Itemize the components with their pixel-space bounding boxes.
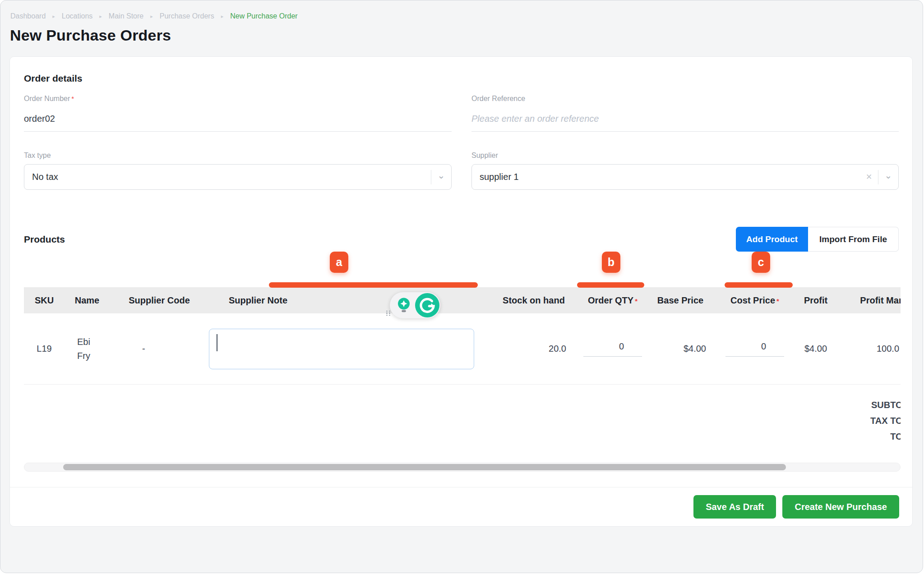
order-reference-input[interactable]: Please enter an order reference: [471, 114, 899, 132]
header-supplier-code: Supplier Code: [110, 295, 209, 306]
products-header: Products Add Product Import From File: [24, 227, 899, 252]
required-asterisk: *: [776, 297, 779, 305]
chevron-down-icon[interactable]: ⌄: [878, 171, 898, 184]
app-window: Dashboard ▸ Locations ▸ Main Store ▸ Pur…: [0, 0, 923, 573]
header-cost-price: Cost Price*: [714, 295, 795, 306]
subtotal-label: SUBTOTAL: [24, 397, 901, 413]
header-sku: SKU: [24, 295, 65, 306]
order-details-form: Order Number* order02 Order Reference Pl…: [24, 95, 899, 190]
card-footer: Save As Draft Create New Purchase: [10, 487, 912, 526]
text-caret: [217, 334, 217, 351]
table-row: L19 Ebi Fry - 20.0 0 $4.00: [24, 313, 901, 385]
cell-order-qty: 0: [579, 341, 647, 357]
tax-type-field: Tax type No tax ⌄: [24, 152, 452, 190]
breadcrumb-main-store[interactable]: Main Store: [109, 12, 143, 20]
supplier-note-textarea[interactable]: [209, 329, 474, 369]
annotation-badge-c: c: [752, 252, 770, 273]
breadcrumb-dashboard[interactable]: Dashboard: [10, 12, 46, 20]
cell-cost-price: 0: [714, 341, 795, 357]
header-stock-on-hand: Stock on hand: [489, 295, 579, 306]
cell-profit-margin: 100.0: [836, 344, 901, 354]
cell-supplier-note: [209, 329, 489, 369]
breadcrumb-purchase-orders[interactable]: Purchase Orders: [160, 12, 214, 20]
header-profit: Profit: [795, 295, 836, 306]
cell-name: Ebi Fry: [65, 335, 110, 363]
purchase-order-card: Order details Order Number* order02 Orde…: [9, 56, 913, 527]
required-asterisk: *: [635, 297, 638, 305]
chevron-down-icon[interactable]: ⌄: [431, 171, 451, 184]
header-supplier-note: Supplier Note: [209, 295, 489, 306]
required-asterisk: *: [71, 95, 74, 102]
products-table: a b c: [24, 287, 899, 472]
table-scroll-area: SKU Name Supplier Code Supplier Note Sto…: [24, 287, 901, 445]
tax-type-label: Tax type: [24, 152, 452, 160]
clear-icon[interactable]: ✕: [860, 172, 878, 182]
breadcrumb-current: New Purchase Order: [230, 12, 297, 20]
create-new-purchase-button[interactable]: Create New Purchase: [782, 495, 899, 519]
tax-type-select[interactable]: No tax ⌄: [24, 164, 452, 190]
breadcrumb-separator-icon: ▸: [150, 14, 153, 19]
annotation-badge-a: a: [330, 252, 348, 273]
order-reference-field: Order Reference Please enter an order re…: [471, 95, 899, 132]
supplier-select[interactable]: supplier 1 ✕ ⌄: [471, 164, 899, 190]
products-heading: Products: [24, 234, 65, 245]
tax-type-value: No tax: [32, 172, 58, 182]
tax-total-label: TAX TOTAL: [24, 413, 901, 429]
horizontal-scrollbar[interactable]: [24, 463, 901, 472]
order-qty-input[interactable]: 0: [583, 341, 642, 357]
header-order-qty: Order QTY*: [579, 295, 647, 306]
breadcrumb-separator-icon: ▸: [99, 14, 102, 19]
cell-profit: $4.00: [795, 344, 836, 354]
grammarly-logo-icon[interactable]: [415, 293, 439, 317]
breadcrumb: Dashboard ▸ Locations ▸ Main Store ▸ Pur…: [0, 0, 923, 20]
save-as-draft-button[interactable]: Save As Draft: [693, 495, 776, 519]
grammarly-widget[interactable]: [390, 292, 440, 318]
drag-handle-icon[interactable]: [386, 311, 391, 316]
cell-sku: L19: [24, 344, 65, 354]
annotation-bar-b: [577, 282, 644, 288]
table-header-row: SKU Name Supplier Code Supplier Note Sto…: [24, 287, 901, 313]
products-actions: Add Product Import From File: [736, 227, 899, 252]
breadcrumb-locations[interactable]: Locations: [62, 12, 93, 20]
header-base-price: Base Price: [647, 295, 714, 306]
order-details-heading: Order details: [24, 73, 899, 84]
totals-block: SUBTOTAL TAX TOTAL TOTAL: [24, 397, 901, 445]
supplier-field: Supplier supplier 1 ✕ ⌄: [471, 152, 899, 190]
add-product-button[interactable]: Add Product: [736, 227, 808, 252]
import-from-file-button[interactable]: Import From File: [808, 227, 899, 252]
supplier-label: Supplier: [471, 152, 899, 160]
order-reference-label: Order Reference: [471, 95, 899, 103]
cost-price-input[interactable]: 0: [725, 341, 784, 357]
cell-supplier-code: -: [110, 344, 209, 354]
order-number-field: Order Number* order02: [24, 95, 452, 132]
annotation-bar-c: [725, 282, 793, 288]
scrollbar-thumb[interactable]: [63, 464, 786, 470]
order-number-label: Order Number*: [24, 95, 452, 103]
header-name: Name: [65, 295, 110, 306]
cell-base-price: $4.00: [647, 344, 714, 354]
annotation-badge-b: b: [602, 252, 620, 273]
breadcrumb-separator-icon: ▸: [52, 14, 55, 19]
page-title: New Purchase Orders: [0, 20, 923, 44]
order-number-input[interactable]: order02: [24, 114, 452, 132]
lightbulb-icon[interactable]: [396, 297, 411, 314]
breadcrumb-separator-icon: ▸: [221, 14, 224, 19]
annotation-bar-a: [269, 282, 478, 288]
total-label: TOTAL: [24, 429, 901, 445]
supplier-value: supplier 1: [480, 172, 519, 182]
cell-stock-on-hand: 20.0: [489, 344, 579, 354]
header-profit-margin: Profit Margin: [836, 295, 901, 306]
